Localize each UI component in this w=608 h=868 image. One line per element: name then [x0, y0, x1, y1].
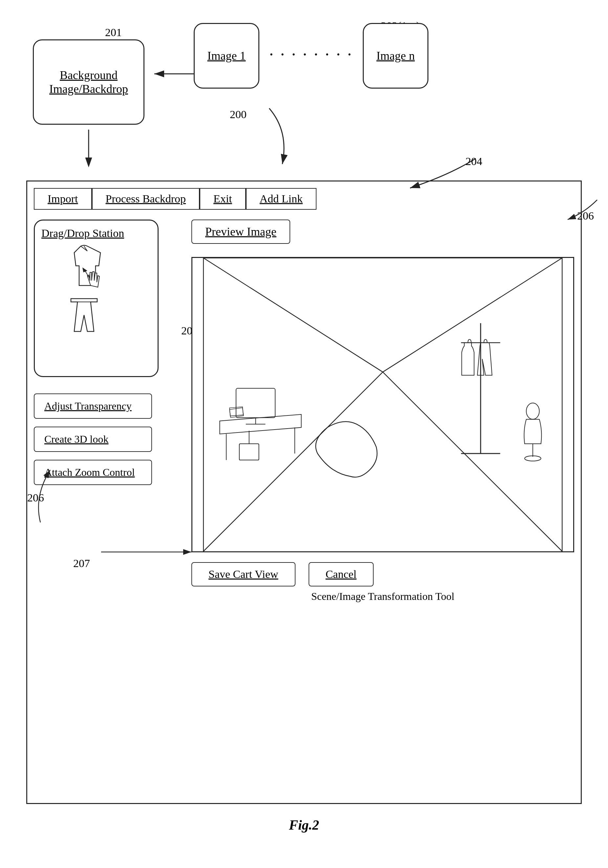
ref-207: 207 [73, 557, 90, 570]
bottom-buttons: Save Cart View Cancel [191, 562, 574, 586]
left-panel: Drag/Drop Station [34, 220, 172, 603]
arrow-206-up [31, 463, 70, 530]
image1-label: Image 1 [208, 49, 246, 63]
top-section: 201 BackgroundImage/Backdrop 202(1-n) [13, 13, 595, 170]
arrow-200-down [243, 105, 309, 172]
clothing-svg [41, 243, 140, 348]
arrow-down-left-svg [79, 128, 98, 167]
page-container: 201 BackgroundImage/Backdrop 202(1-n) [0, 0, 608, 868]
dots-label: · · · · · · · · [269, 45, 353, 64]
drag-drop-title: Drag/Drop Station [41, 227, 151, 240]
ref-201: 201 [105, 26, 122, 39]
clothing-illustration [41, 243, 151, 348]
svg-marker-7 [82, 267, 87, 272]
scene-label: Scene/Image Transformation Tool [191, 591, 574, 603]
create-3d-button[interactable]: Create 3D look [34, 426, 152, 452]
exit-button[interactable]: Exit [200, 188, 246, 210]
add-link-button[interactable]: Add Link [246, 188, 316, 210]
process-backdrop-button[interactable]: Process Backdrop [92, 188, 200, 210]
main-panel: 204 Import Process Backdrop Exit Add Lin… [26, 180, 582, 804]
import-button[interactable]: Import [34, 188, 92, 210]
svg-rect-25 [230, 407, 243, 416]
adjust-transparency-button[interactable]: Adjust Transparency [34, 394, 152, 419]
arrow-207-right-svg [99, 542, 198, 562]
bg-image-box: BackgroundImage/Backdrop [33, 39, 144, 125]
save-cart-button[interactable]: Save Cart View [191, 562, 295, 586]
svg-line-16 [383, 372, 562, 551]
svg-line-14 [383, 258, 562, 372]
ref-204-area: 204 [384, 155, 482, 196]
drag-drop-station: Drag/Drop Station [34, 220, 158, 377]
images-group: Image 1 · · · · · · · · Image n [194, 23, 428, 88]
svg-rect-22 [236, 388, 275, 417]
arrow-206-up-svg [31, 463, 70, 529]
arrow-207-right [99, 542, 198, 563]
preview-area-header: Preview Image 206 205 [191, 220, 574, 250]
arrow-down-left [79, 128, 98, 169]
images-row: Image 1 · · · · · · · · Image n [194, 23, 428, 88]
ref-204-label: 204 [465, 155, 482, 168]
imagen-box: Image n [363, 23, 428, 88]
cancel-button[interactable]: Cancel [309, 562, 374, 586]
content-area: Drag/Drop Station [34, 220, 574, 603]
imagen-label: Image n [377, 49, 415, 63]
svg-rect-27 [239, 444, 259, 460]
arrow-206-right-svg [558, 193, 607, 226]
bg-image-label: BackgroundImage/Backdrop [49, 68, 128, 96]
svg-line-13 [203, 258, 383, 372]
arrow-200-svg [243, 105, 309, 170]
fig-caption: Fig.2 [13, 817, 595, 846]
scene-svg [192, 258, 573, 551]
preview-image-button[interactable]: Preview Image [191, 220, 290, 244]
drag-drop-title-text: Drag/Drop Station [41, 227, 124, 239]
svg-line-15 [203, 372, 383, 551]
toolbar: Import Process Backdrop Exit Add Link [34, 188, 574, 210]
right-panel: Preview Image 206 205 [191, 220, 574, 603]
image1-box: Image 1 [194, 23, 259, 88]
scene-box [191, 257, 574, 552]
svg-point-32 [526, 403, 540, 419]
